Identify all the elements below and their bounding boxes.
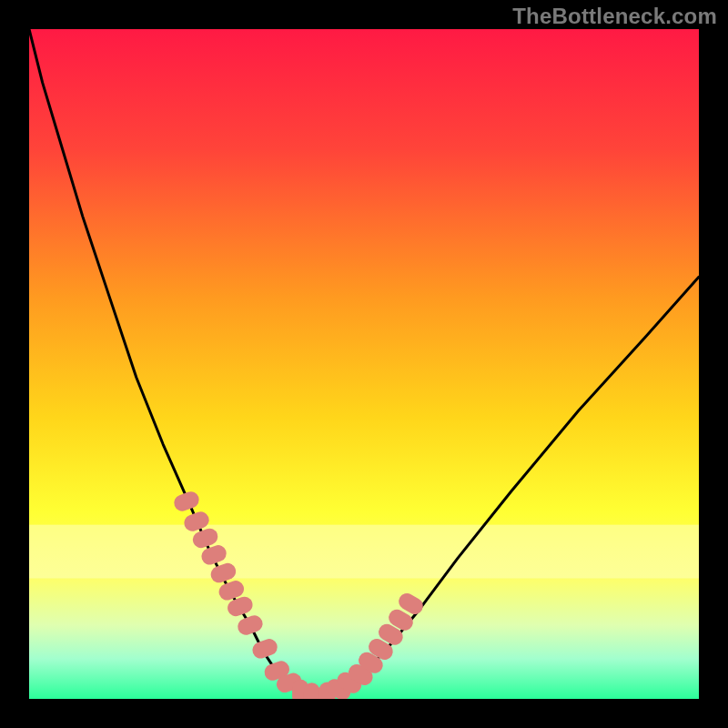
plot-area	[29, 29, 699, 699]
gradient-background	[29, 29, 699, 699]
chart-svg	[29, 29, 699, 699]
outer-frame: TheBottleneck.com	[0, 0, 728, 728]
attribution-text: TheBottleneck.com	[512, 4, 717, 29]
pale-band	[29, 525, 699, 579]
marker-dot	[304, 682, 320, 699]
